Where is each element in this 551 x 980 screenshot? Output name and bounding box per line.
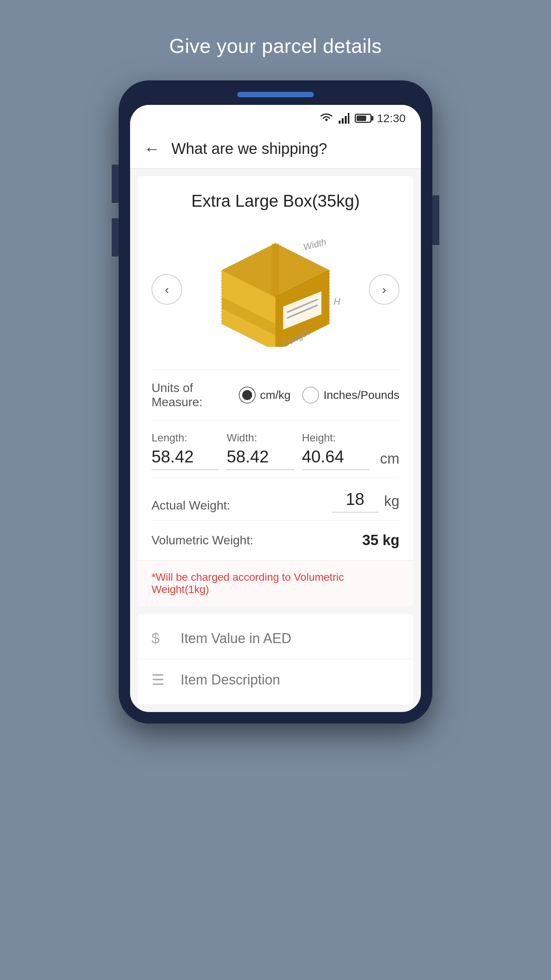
dimensions-unit: cm xyxy=(377,451,399,470)
box-card: Extra Large Box(35kg) ‹ xyxy=(138,176,413,606)
signal-icon xyxy=(339,113,349,124)
prev-box-button[interactable]: ‹ xyxy=(152,274,182,305)
volumetric-weight-label: Volumetric Weight: xyxy=(152,533,362,547)
height-label: Height: xyxy=(302,432,369,444)
radio-cm-kg-inner xyxy=(242,390,252,400)
box-title: Extra Large Box(35kg) xyxy=(152,191,399,211)
height-field: Height: 40.64 xyxy=(302,432,369,470)
actual-weight-container: 18 kg xyxy=(332,490,399,513)
radio-cm-kg-outer xyxy=(239,387,256,403)
radio-cm-kg[interactable]: cm/kg xyxy=(239,387,291,403)
svg-rect-1 xyxy=(339,121,341,124)
item-description-input[interactable] xyxy=(181,672,399,688)
status-bar: 12:30 xyxy=(130,105,421,129)
length-label: Length: xyxy=(152,432,219,444)
radio-inches-outer xyxy=(302,387,319,403)
description-icon: ☰ xyxy=(152,671,170,688)
svg-rect-3 xyxy=(345,116,347,124)
actual-weight-row: Actual Weight: 18 kg xyxy=(152,478,399,520)
svg-text:Height: Height xyxy=(334,296,341,307)
radio-inches-label: Inches/Pounds xyxy=(324,389,399,402)
page-title: Give your parcel details xyxy=(169,34,381,57)
svg-rect-2 xyxy=(342,118,344,124)
height-value[interactable]: 40.64 xyxy=(302,447,369,470)
wifi-icon xyxy=(320,113,333,124)
width-field: Width: 58.42 xyxy=(227,432,294,470)
dollar-icon: $ xyxy=(152,630,170,647)
item-value-row: $ xyxy=(138,618,413,659)
phone-frame: 12:30 ← What are we shipping? Extra Larg… xyxy=(119,80,432,724)
next-box-button[interactable]: › xyxy=(369,274,399,305)
radio-cm-kg-label: cm/kg xyxy=(260,389,291,402)
length-value[interactable]: 58.42 xyxy=(152,447,219,470)
units-of-measure-row: Units of Measure: cm/kg Inches/Pounds xyxy=(152,370,399,420)
box-3d-container: Width Height Length xyxy=(182,224,369,354)
dimensions-row: Length: 58.42 Width: 58.42 Height: 40.64… xyxy=(152,420,399,478)
warning-text: *Will be charged according to Volumetric… xyxy=(152,571,344,595)
volumetric-weight-row: Volumetric Weight: 35 kg xyxy=(152,520,399,560)
actual-weight-unit: kg xyxy=(384,493,399,513)
content-area: Extra Large Box(35kg) ‹ xyxy=(130,176,421,704)
actual-weight-label: Actual Weight: xyxy=(152,498,332,513)
actual-weight-value[interactable]: 18 xyxy=(332,490,378,513)
svg-rect-4 xyxy=(348,113,349,124)
battery-icon xyxy=(355,114,372,123)
back-button[interactable]: ← xyxy=(144,141,160,157)
box-illustration: Width Height Length xyxy=(210,232,341,347)
status-time: 12:30 xyxy=(377,112,406,125)
warning-row: *Will be charged according to Volumetric… xyxy=(138,560,413,606)
phone-notch xyxy=(237,92,314,97)
width-label: Width: xyxy=(227,432,294,444)
phone-screen: 12:30 ← What are we shipping? Extra Larg… xyxy=(130,105,421,712)
units-label: Units of Measure: xyxy=(152,381,227,409)
width-value[interactable]: 58.42 xyxy=(227,447,294,470)
svg-text:Width: Width xyxy=(302,237,328,252)
item-value-input[interactable] xyxy=(181,630,399,647)
box-image-area: ‹ xyxy=(152,224,399,354)
radio-inches-pounds[interactable]: Inches/Pounds xyxy=(302,387,399,403)
app-bar: ← What are we shipping? xyxy=(130,129,421,168)
length-field: Length: 58.42 xyxy=(152,432,219,470)
svg-marker-0 xyxy=(325,118,328,121)
app-bar-title: What are we shipping? xyxy=(171,140,327,157)
item-fields-card: $ ☰ xyxy=(138,614,413,704)
item-description-row: ☰ xyxy=(138,659,413,701)
volumetric-weight-value: 35 kg xyxy=(362,532,399,549)
